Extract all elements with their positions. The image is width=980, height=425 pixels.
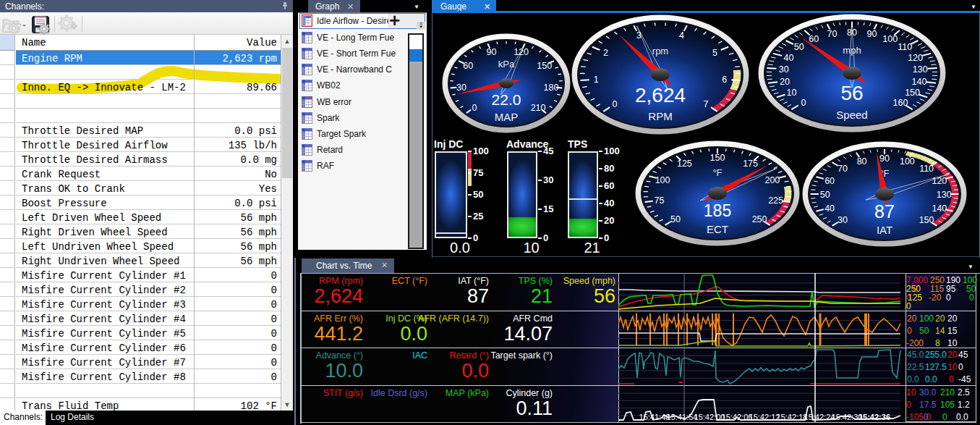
svg-text:175: 175	[743, 159, 758, 169]
svg-text:100: 100	[882, 34, 898, 44]
svg-text:50: 50	[794, 42, 804, 52]
svg-text:56: 56	[840, 82, 863, 104]
svg-text:10: 10	[786, 88, 796, 98]
svg-text:40: 40	[825, 203, 835, 214]
svg-text:140: 140	[912, 77, 927, 87]
svg-text:kPa: kPa	[498, 59, 515, 70]
svg-text:150: 150	[919, 215, 934, 225]
svg-text:RPM: RPM	[648, 110, 672, 122]
svg-text:rpm: rpm	[652, 46, 668, 56]
svg-text:150: 150	[710, 153, 725, 163]
svg-text:110: 110	[898, 42, 912, 52]
svg-text:210: 210	[531, 103, 546, 113]
svg-text:60: 60	[463, 61, 473, 71]
svg-text:110: 110	[919, 164, 934, 174]
svg-text:200: 200	[764, 175, 780, 185]
svg-text:130: 130	[937, 190, 952, 200]
svg-text:75: 75	[654, 195, 664, 206]
svg-text:140: 140	[932, 203, 947, 214]
svg-text:60: 60	[809, 34, 819, 44]
svg-text:120: 120	[908, 53, 923, 63]
svg-text:160: 160	[893, 98, 908, 108]
svg-text:50: 50	[670, 214, 681, 224]
svg-text:180: 180	[544, 83, 559, 93]
svg-text:125: 125	[677, 159, 692, 169]
svg-text:60: 60	[825, 176, 835, 186]
svg-text:2: 2	[603, 48, 608, 58]
svg-text:30: 30	[838, 215, 848, 225]
svg-text:MAP: MAP	[495, 111, 519, 123]
svg-text:7: 7	[704, 99, 709, 109]
svg-text:250: 250	[752, 214, 767, 224]
svg-text:ECT: ECT	[707, 223, 728, 235]
svg-text:1: 1	[594, 75, 599, 85]
svg-text:87: 87	[874, 201, 895, 222]
svg-text:120: 120	[514, 47, 529, 57]
svg-text:130: 130	[913, 64, 928, 75]
svg-text:90: 90	[879, 153, 890, 164]
svg-text:°F: °F	[712, 167, 722, 178]
svg-text:150: 150	[905, 88, 920, 98]
svg-text:0: 0	[472, 103, 477, 113]
svg-text:70: 70	[838, 164, 848, 174]
svg-text:150: 150	[537, 61, 552, 71]
svg-text:50: 50	[820, 190, 830, 200]
svg-text:40: 40	[783, 53, 793, 63]
svg-text:mph: mph	[843, 45, 861, 56]
svg-text:120: 120	[932, 176, 947, 186]
svg-text:90: 90	[867, 29, 877, 39]
svg-text:6: 6	[722, 75, 727, 85]
svg-text:Speed: Speed	[836, 109, 867, 121]
svg-text:20: 20	[780, 77, 790, 87]
svg-text:0: 0	[612, 99, 617, 109]
svg-text:185: 185	[704, 201, 731, 220]
svg-text:90: 90	[486, 47, 496, 57]
svg-text:22.0: 22.0	[492, 91, 521, 108]
svg-text:30: 30	[779, 64, 789, 75]
svg-text:5: 5	[712, 48, 717, 58]
svg-text:100: 100	[900, 156, 915, 167]
svg-text:225: 225	[768, 195, 783, 206]
svg-text:100: 100	[655, 175, 670, 185]
svg-text:2,624: 2,624	[635, 84, 686, 106]
svg-text:70: 70	[827, 29, 838, 39]
svg-text:4: 4	[679, 30, 684, 41]
svg-text:30: 30	[456, 83, 466, 93]
svg-text:80: 80	[857, 156, 867, 167]
svg-text:IAT: IAT	[877, 224, 892, 236]
svg-text:0: 0	[801, 98, 806, 108]
